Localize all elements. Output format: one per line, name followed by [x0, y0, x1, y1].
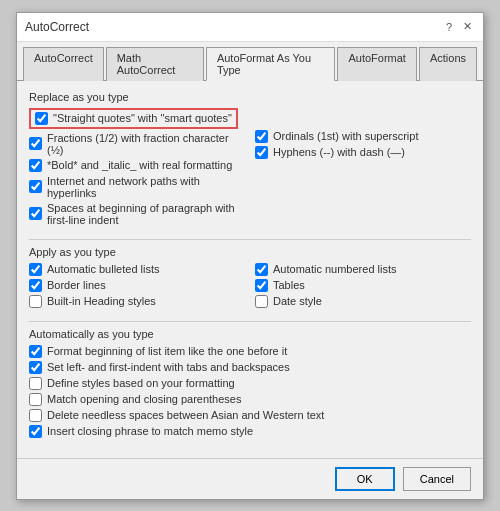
- checkbox-tables: Tables: [255, 279, 471, 292]
- checkbox-ordinals-input[interactable]: [255, 130, 268, 143]
- tab-autoformat[interactable]: AutoFormat: [337, 47, 416, 81]
- checkbox-match-parens-label[interactable]: Match opening and closing parentheses: [47, 393, 241, 405]
- checkbox-match-parens-input[interactable]: [29, 393, 42, 406]
- checkbox-delete-spaces-input[interactable]: [29, 409, 42, 422]
- checkbox-format-list-input[interactable]: [29, 345, 42, 358]
- checkbox-delete-spaces: Delete needless spaces between Asian and…: [29, 409, 471, 422]
- auto-section-label: Automatically as you type: [29, 328, 471, 340]
- checkbox-date-style-input[interactable]: [255, 295, 268, 308]
- checkbox-fractions-input[interactable]: [29, 137, 42, 150]
- checkbox-border-lines-input[interactable]: [29, 279, 42, 292]
- dialog-title: AutoCorrect: [25, 20, 89, 34]
- tab-autoformat-as-you-type[interactable]: AutoFormat As You Type: [206, 47, 336, 81]
- checkbox-insert-closing-label[interactable]: Insert closing phrase to match memo styl…: [47, 425, 253, 437]
- auto-section: Automatically as you type Format beginni…: [29, 328, 471, 438]
- autocorrect-dialog: AutoCorrect ? ✕ AutoCorrect Math AutoCor…: [16, 12, 484, 500]
- checkbox-auto-bulleted: Automatic bulleted lists: [29, 263, 245, 276]
- checkbox-auto-bulleted-label[interactable]: Automatic bulleted lists: [47, 263, 160, 275]
- checkbox-bold-italic: *Bold* and _italic_ with real formatting: [29, 159, 245, 172]
- checkbox-ordinals: Ordinals (1st) with superscript: [255, 130, 471, 143]
- checkbox-hyphens-input[interactable]: [255, 146, 268, 159]
- checkbox-format-list-label[interactable]: Format beginning of list item like the o…: [47, 345, 287, 357]
- checkbox-tables-label[interactable]: Tables: [273, 279, 305, 291]
- dialog-content: Replace as you type "Straight quotes" wi…: [17, 81, 483, 458]
- title-bar: AutoCorrect ? ✕: [17, 13, 483, 42]
- replace-section: Replace as you type "Straight quotes" wi…: [29, 91, 471, 229]
- checkbox-straight-quotes-input[interactable]: [35, 112, 48, 125]
- apply-section-label: Apply as you type: [29, 246, 471, 258]
- checkbox-insert-closing: Insert closing phrase to match memo styl…: [29, 425, 471, 438]
- checkbox-fractions-label[interactable]: Fractions (1/2) with fraction character …: [47, 132, 245, 156]
- checkbox-date-style-label[interactable]: Date style: [273, 295, 322, 307]
- checkbox-match-parens: Match opening and closing parentheses: [29, 393, 471, 406]
- checkbox-define-styles-input[interactable]: [29, 377, 42, 390]
- checkbox-hyphens-label[interactable]: Hyphens (--) with dash (—): [273, 146, 405, 158]
- checkbox-hyphens: Hyphens (--) with dash (—): [255, 146, 471, 159]
- checkbox-define-styles-label[interactable]: Define styles based on your formatting: [47, 377, 235, 389]
- title-controls: ? ✕: [441, 19, 475, 35]
- checkbox-bold-italic-input[interactable]: [29, 159, 42, 172]
- checkbox-straight-quotes: "Straight quotes" with "smart quotes": [29, 108, 245, 129]
- checkbox-fractions: Fractions (1/2) with fraction character …: [29, 132, 245, 156]
- checkbox-date-style: Date style: [255, 295, 471, 308]
- checkbox-auto-numbered-label[interactable]: Automatic numbered lists: [273, 263, 397, 275]
- dialog-footer: OK Cancel: [17, 458, 483, 499]
- checkbox-straight-quotes-label[interactable]: "Straight quotes" with "smart quotes": [53, 112, 232, 124]
- replace-section-label: Replace as you type: [29, 91, 471, 103]
- checkbox-tables-input[interactable]: [255, 279, 268, 292]
- checkbox-heading-styles-input[interactable]: [29, 295, 42, 308]
- straight-quotes-highlight: "Straight quotes" with "smart quotes": [29, 108, 238, 129]
- checkbox-border-lines: Border lines: [29, 279, 245, 292]
- checkbox-auto-numbered: Automatic numbered lists: [255, 263, 471, 276]
- ok-button[interactable]: OK: [335, 467, 395, 491]
- checkbox-bold-italic-label[interactable]: *Bold* and _italic_ with real formatting: [47, 159, 232, 171]
- checkbox-heading-styles-label[interactable]: Built-in Heading styles: [47, 295, 156, 307]
- apply-section: Apply as you type Automatic bulleted lis…: [29, 246, 471, 311]
- checkbox-internet-input[interactable]: [29, 180, 42, 193]
- checkbox-spaces-input[interactable]: [29, 207, 42, 220]
- cancel-button[interactable]: Cancel: [403, 467, 471, 491]
- checkbox-define-styles: Define styles based on your formatting: [29, 377, 471, 390]
- close-button[interactable]: ✕: [459, 19, 475, 35]
- checkbox-spaces: Spaces at beginning of paragraph with fi…: [29, 202, 245, 226]
- tab-actions[interactable]: Actions: [419, 47, 477, 81]
- divider-2: [29, 321, 471, 322]
- checkbox-delete-spaces-label[interactable]: Delete needless spaces between Asian and…: [47, 409, 324, 421]
- tab-autocorrect[interactable]: AutoCorrect: [23, 47, 104, 81]
- divider-1: [29, 239, 471, 240]
- checkbox-auto-bulleted-input[interactable]: [29, 263, 42, 276]
- checkbox-internet-label[interactable]: Internet and network paths with hyperlin…: [47, 175, 245, 199]
- checkbox-set-left: Set left- and first-indent with tabs and…: [29, 361, 471, 374]
- checkbox-set-left-label[interactable]: Set left- and first-indent with tabs and…: [47, 361, 290, 373]
- help-button[interactable]: ?: [441, 19, 457, 35]
- checkbox-heading-styles: Built-in Heading styles: [29, 295, 245, 308]
- checkbox-internet: Internet and network paths with hyperlin…: [29, 175, 245, 199]
- tab-bar: AutoCorrect Math AutoCorrect AutoFormat …: [17, 42, 483, 81]
- checkbox-insert-closing-input[interactable]: [29, 425, 42, 438]
- checkbox-set-left-input[interactable]: [29, 361, 42, 374]
- checkbox-ordinals-label[interactable]: Ordinals (1st) with superscript: [273, 130, 419, 142]
- checkbox-border-lines-label[interactable]: Border lines: [47, 279, 106, 291]
- checkbox-auto-numbered-input[interactable]: [255, 263, 268, 276]
- tab-math-autocorrect[interactable]: Math AutoCorrect: [106, 47, 204, 81]
- checkbox-format-list: Format beginning of list item like the o…: [29, 345, 471, 358]
- checkbox-spaces-label[interactable]: Spaces at beginning of paragraph with fi…: [47, 202, 245, 226]
